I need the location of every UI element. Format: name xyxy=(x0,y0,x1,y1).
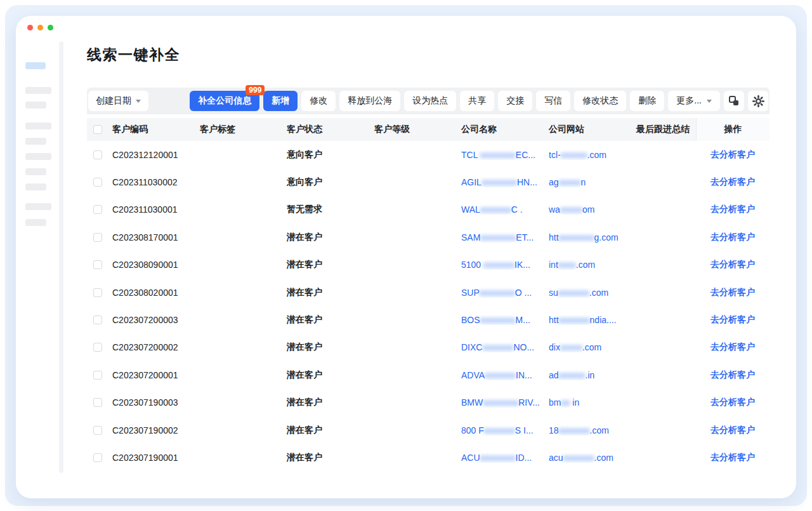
company-website-link[interactable]: intxxxx.com xyxy=(549,260,636,270)
row-checkbox[interactable] xyxy=(93,371,102,380)
company-name-link[interactable]: DIXCxxxxxxxNO... xyxy=(461,342,549,352)
customer-status: 潜在客户 xyxy=(287,287,374,298)
company-website-link[interactable]: acuxxxxxxx.com xyxy=(549,453,636,463)
analyze-customer-link[interactable]: 去分析客户 xyxy=(710,259,755,270)
toolbar-button[interactable]: 共享 xyxy=(460,91,494,111)
company-name-link[interactable]: BMWxxxxxxxxRIV... xyxy=(461,397,549,408)
minimize-window-icon[interactable] xyxy=(37,25,43,30)
transfer-button[interactable] xyxy=(724,91,744,111)
row-checkbox[interactable] xyxy=(93,150,102,159)
complete-company-info-button[interactable]: 补全公司信息 999 xyxy=(190,91,259,111)
add-new-button[interactable]: 新增 xyxy=(263,91,298,111)
row-checkbox[interactable] xyxy=(93,288,102,297)
analyze-customer-link[interactable]: 去分析客户 xyxy=(710,397,755,408)
toolbar-button[interactable]: 写信 xyxy=(536,91,570,111)
customer-code: C202308020001 xyxy=(112,288,200,298)
sidebar-item[interactable] xyxy=(25,123,51,129)
company-name-link[interactable]: BOSxxxxxxxxM... xyxy=(461,315,549,325)
company-website-link[interactable]: httxxxxxxxndia.... xyxy=(549,315,636,325)
company-name-link[interactable]: SAMxxxxxxxxET... xyxy=(461,232,549,242)
transfer-icon xyxy=(728,95,740,107)
company-name-link[interactable]: 800 FxxxxxxxS I... xyxy=(461,425,549,435)
company-name-suffix: IK... xyxy=(514,260,530,270)
sidebar-item[interactable] xyxy=(25,203,51,210)
sidebar-item[interactable] xyxy=(25,168,46,175)
row-checkbox[interactable] xyxy=(93,315,102,324)
actions-cell: 去分析客户 xyxy=(696,168,769,196)
checkbox-cell xyxy=(87,315,112,324)
sidebar-item[interactable] xyxy=(25,183,46,190)
row-checkbox[interactable] xyxy=(93,453,102,462)
analyze-customer-link[interactable]: 去分析客户 xyxy=(710,369,755,381)
toolbar-button[interactable]: 修改 xyxy=(301,91,336,111)
company-website-link[interactable]: dixxxxxx.com xyxy=(549,342,636,352)
customer-code: C202312120001 xyxy=(112,150,200,160)
table-row: C202307200003 潜在客户 BOSxxxxxxxxM... httxx… xyxy=(87,306,769,333)
company-website-suffix: .com xyxy=(582,342,601,352)
company-name-redacted: xxxxxxxx xyxy=(480,288,515,298)
company-website-link[interactable]: httxxxxxxxxg.com xyxy=(549,232,636,242)
company-website-prefix: su xyxy=(549,288,558,298)
company-website-link[interactable]: tcl-xxxxxx.com xyxy=(549,150,636,160)
company-name-link[interactable]: 5100 xxxxxxxIK... xyxy=(461,260,549,270)
table-row: C202307190002 潜在客户 800 FxxxxxxxS I... 18… xyxy=(87,416,769,444)
analyze-customer-link[interactable]: 去分析客户 xyxy=(710,425,755,436)
actions-cell: 去分析客户 xyxy=(696,416,769,444)
company-website-link[interactable]: adxxxxxx.in xyxy=(549,370,636,380)
table-row: C202308090001 潜在客户 5100 xxxxxxxIK... int… xyxy=(87,251,769,279)
date-filter-dropdown[interactable]: 创建日期 xyxy=(88,91,148,111)
customer-code: C202307200001 xyxy=(112,370,200,380)
toolbar-button[interactable]: 交接 xyxy=(498,91,532,111)
company-website-link[interactable]: bmxx in xyxy=(549,397,636,408)
analyze-customer-link[interactable]: 去分析客户 xyxy=(710,232,755,243)
row-checkbox[interactable] xyxy=(93,398,102,407)
company-website-suffix: n xyxy=(581,177,586,187)
more-button[interactable]: 更多... xyxy=(668,91,720,111)
sidebar-item[interactable] xyxy=(25,87,51,94)
analyze-customer-link[interactable]: 去分析客户 xyxy=(710,452,755,463)
company-name-link[interactable]: AGILxxxxxxxxHN... xyxy=(461,177,549,187)
toolbar-button[interactable]: 设为热点 xyxy=(404,91,456,111)
zoom-window-icon[interactable] xyxy=(48,25,53,30)
row-checkbox[interactable] xyxy=(93,233,102,242)
select-all-checkbox[interactable] xyxy=(93,125,102,134)
row-checkbox[interactable] xyxy=(93,178,102,187)
close-window-icon[interactable] xyxy=(27,25,33,30)
analyze-customer-link[interactable]: 去分析客户 xyxy=(710,314,755,326)
company-name-link[interactable]: TCL xxxxxxxxEC... xyxy=(461,150,549,160)
analyze-customer-link[interactable]: 去分析客户 xyxy=(710,204,755,215)
row-checkbox[interactable] xyxy=(93,426,102,435)
analyze-customer-link[interactable]: 去分析客户 xyxy=(710,176,755,188)
checkbox-cell xyxy=(87,260,112,269)
sidebar-item[interactable] xyxy=(25,153,51,160)
company-website-link[interactable]: 18xxxxxxx.com xyxy=(549,425,636,435)
company-website-link[interactable]: agxxxxxn xyxy=(549,177,636,187)
company-website-link[interactable]: suxxxxxxx.com xyxy=(549,288,636,298)
customer-code: C202311030001 xyxy=(112,204,200,215)
company-name-link[interactable]: SUPxxxxxxxxO ... xyxy=(461,288,549,298)
sidebar-item[interactable] xyxy=(25,102,46,109)
sidebar-item-active[interactable] xyxy=(25,62,46,69)
toolbar-button[interactable]: 释放到公海 xyxy=(339,91,400,111)
toolbar-button[interactable]: 修改状态 xyxy=(574,91,626,111)
company-name-suffix: C . xyxy=(511,204,523,215)
analyze-customer-link[interactable]: 去分析客户 xyxy=(710,287,755,298)
actions-cell: 去分析客户 xyxy=(696,444,769,471)
sidebar-item[interactable] xyxy=(25,138,46,145)
checkbox-cell xyxy=(87,205,112,214)
table-row: C202312120001 意向客户 TCL xxxxxxxxEC... tcl… xyxy=(87,141,769,168)
toolbar-button[interactable]: 删除 xyxy=(630,91,664,111)
company-website-link[interactable]: waxxxxxom xyxy=(549,204,636,215)
analyze-customer-link[interactable]: 去分析客户 xyxy=(710,342,755,353)
company-name-link[interactable]: ADVAxxxxxxxIN... xyxy=(461,370,549,380)
settings-button[interactable] xyxy=(748,91,768,111)
company-name-link[interactable]: ACUxxxxxxxxID... xyxy=(461,453,549,463)
row-checkbox[interactable] xyxy=(93,343,102,352)
row-checkbox[interactable] xyxy=(93,205,102,214)
company-name-link[interactable]: WALxxxxxxxC . xyxy=(461,204,549,215)
analyze-customer-link[interactable]: 去分析客户 xyxy=(710,149,755,161)
sidebar-item[interactable] xyxy=(25,219,46,226)
checkbox-cell xyxy=(87,426,112,435)
row-checkbox[interactable] xyxy=(93,260,102,269)
customer-status: 潜在客户 xyxy=(287,452,374,463)
